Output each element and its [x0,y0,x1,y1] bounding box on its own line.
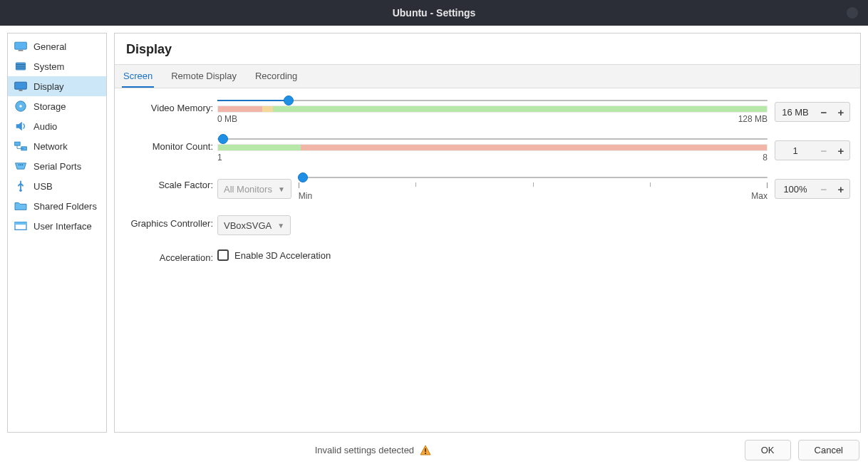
ok-button[interactable]: OK [745,440,791,460]
chevron-down-icon: ▼ [277,222,284,230]
video-memory-decrement[interactable]: − [815,103,832,121]
video-memory-slider[interactable]: 0 MB 128 MB [217,100,768,124]
disk-icon [14,100,28,112]
monitor-count-increment[interactable]: + [832,141,849,160]
cancel-button[interactable]: Cancel [798,440,859,460]
monitor-count-slider[interactable]: 1 8 [217,138,768,163]
page-header: Display [115,34,860,65]
form-area: Video Memory: [115,88,860,274]
svg-marker-10 [16,122,22,131]
video-memory-value[interactable]: 16 MB [775,107,815,118]
video-memory-max: 128 MB [738,114,768,124]
row-monitor-count: Monitor Count: [125,138,850,163]
svg-rect-23 [425,448,426,452]
sidebar-item-label: Serial Ports [33,161,81,172]
svg-marker-15 [16,163,26,169]
video-memory-spinner: 16 MB − + [775,102,850,122]
monitor-count-value[interactable]: 1 [775,145,815,156]
scale-factor-spinner: 100% − + [775,179,850,199]
speaker-icon [14,120,28,132]
svg-rect-11 [15,142,21,145]
scale-factor-monitor-select[interactable]: All Monitors ▼ [217,179,291,199]
row-acceleration: Acceleration: Enable 3D Acceleration [125,249,850,263]
scale-factor-decrement: − [815,180,832,198]
row-video-memory: Video Memory: [125,100,850,124]
svg-rect-7 [19,90,23,91]
main-panel: Display Screen Remote Display Recording … [114,33,861,433]
tabbar: Screen Remote Display Recording [115,65,860,88]
chevron-down-icon: ▼ [278,185,285,193]
sidebar-item-label: General [33,41,66,52]
sidebar-item-network[interactable]: Network [8,136,106,156]
close-window-icon[interactable] [847,7,858,19]
sidebar: General System Display Storage [7,33,107,433]
sidebar-item-system[interactable]: System [8,56,106,76]
monitor-count-decrement: − [815,141,832,160]
serial-port-icon [14,160,28,172]
sidebar-item-storage[interactable]: Storage [8,96,106,116]
sidebar-item-display[interactable]: Display [8,76,106,96]
svg-point-19 [19,190,22,192]
svg-rect-0 [15,42,27,49]
svg-rect-1 [19,50,24,51]
sidebar-item-audio[interactable]: Audio [8,116,106,136]
chip-icon [14,61,28,72]
titlebar: Ubuntu - Settings [0,0,868,26]
scale-factor-min: Min [299,191,312,201]
monitor-count-max: 8 [763,153,768,163]
sidebar-item-shared-folders[interactable]: Shared Folders [8,196,106,216]
sidebar-item-label: Display [33,81,64,92]
row-graphics-controller: Graphics Controller: VBoxSVGA ▼ [125,215,850,235]
monitor-count-spinner: 1 − + [775,140,850,160]
svg-point-9 [19,105,22,108]
monitor-count-min: 1 [217,153,222,163]
scale-factor-max: Max [751,191,768,201]
svg-rect-6 [15,82,27,89]
sidebar-item-label: Shared Folders [33,201,97,212]
folder-icon [14,200,28,212]
svg-rect-24 [425,453,426,454]
layout-icon [14,220,28,232]
enable-3d-label[interactable]: Enable 3D Acceleration [234,250,331,261]
sidebar-item-label: System [33,61,64,72]
sidebar-item-usb[interactable]: USB [8,176,106,196]
sidebar-item-user-interface[interactable]: User Interface [8,216,106,236]
display-icon [14,81,28,92]
sidebar-item-label: Audio [33,121,57,132]
page-title: Display [126,42,849,57]
video-memory-min: 0 MB [217,114,237,124]
slider-thumb-icon[interactable] [218,134,228,144]
sidebar-item-label: USB [33,181,53,192]
video-memory-label: Video Memory: [125,100,217,113]
warning-icon[interactable] [420,445,431,456]
scale-factor-label: Scale Factor: [125,177,217,190]
graphics-controller-select[interactable]: VBoxSVGA ▼ [217,215,291,235]
tab-recording[interactable]: Recording [254,65,299,88]
scale-factor-slider[interactable]: Min Max [299,177,768,201]
footer: Invalid settings detected OK Cancel [0,433,868,469]
svg-point-16 [19,165,20,166]
network-icon [14,140,28,152]
graphics-controller-label: Graphics Controller: [125,215,217,229]
slider-thumb-icon[interactable] [298,172,308,182]
usb-icon [14,180,28,192]
monitor-count-label: Monitor Count: [125,138,217,152]
content-area: General System Display Storage [0,26,868,433]
scale-factor-increment[interactable]: + [832,180,849,198]
status-area: Invalid settings detected [9,445,738,456]
tab-remote-display[interactable]: Remote Display [170,65,238,88]
slider-thumb-icon[interactable] [284,96,294,105]
svg-point-17 [20,165,21,166]
video-memory-increment[interactable]: + [832,103,849,121]
sidebar-item-general[interactable]: General [8,36,106,56]
scale-factor-value[interactable]: 100% [775,184,815,195]
sidebar-item-label: Network [33,141,68,152]
svg-point-18 [22,165,24,166]
svg-rect-21 [15,222,26,225]
enable-3d-checkbox[interactable] [217,249,229,261]
tab-screen[interactable]: Screen [122,65,154,88]
acceleration-label: Acceleration: [125,249,217,263]
sidebar-item-serial-ports[interactable]: Serial Ports [8,156,106,176]
settings-window: Ubuntu - Settings General System [0,0,868,469]
sidebar-item-label: Storage [33,101,66,112]
